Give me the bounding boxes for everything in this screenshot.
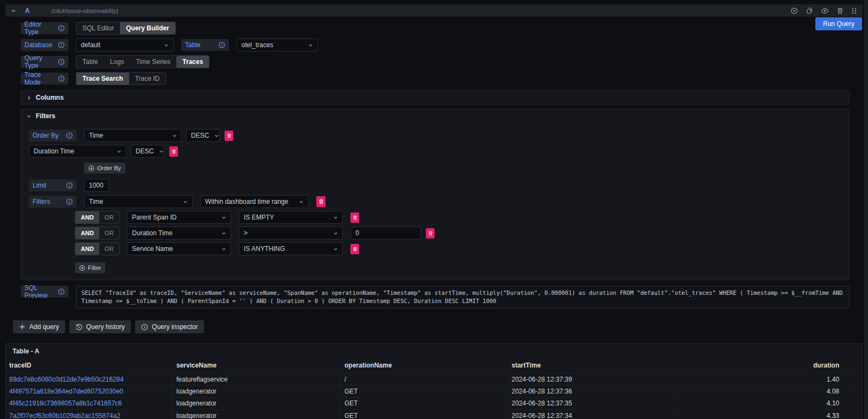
- panel-title: Table - A: [6, 344, 862, 358]
- drag-handle-icon[interactable]: [851, 7, 857, 15]
- info-icon[interactable]: [219, 42, 225, 48]
- chevron-down-icon: [172, 133, 177, 138]
- remove-order-by-button[interactable]: [169, 146, 178, 157]
- filter-field-select[interactable]: Time: [84, 195, 193, 208]
- filter-operator-select[interactable]: >: [239, 227, 343, 240]
- collapse-chevron-icon[interactable]: [11, 8, 16, 14]
- run-query-button[interactable]: Run Query: [815, 17, 862, 30]
- query-editor: A (clickhouse-observability) Run Query: [0, 0, 868, 341]
- table-select[interactable]: otel_traces: [237, 38, 318, 51]
- table-row: 89dc7e8c6060c0d12de7e9b50c216284featuref…: [6, 373, 862, 385]
- chevron-down-icon: [27, 114, 31, 119]
- order-by-direction-select[interactable]: DESC: [186, 129, 220, 142]
- column-header-starttime[interactable]: startTime: [508, 362, 679, 369]
- cell-traceID[interactable]: 4f45c21918c73698057a8b1c741657c6: [6, 398, 173, 409]
- chevron-down-icon: [159, 149, 164, 154]
- remove-filter-button[interactable]: [316, 196, 326, 207]
- editor-type-option-query-builder[interactable]: Query Builder: [120, 22, 175, 34]
- cell-traceID[interactable]: 89dc7e8c6060c0d12de7e9b50c216284: [6, 373, 173, 385]
- filters-section-title: Filters: [36, 112, 55, 120]
- filter-field-select[interactable]: Parent Span ID: [127, 211, 231, 224]
- order-by-field-select[interactable]: Time: [84, 129, 182, 142]
- info-icon[interactable]: [66, 182, 73, 189]
- conjunction-group: AND OR: [75, 242, 119, 255]
- filter-value-input[interactable]: 0: [350, 227, 421, 240]
- chevron-down-icon: [333, 215, 338, 220]
- columns-section-title: Columns: [36, 94, 63, 101]
- order-by-direction-select[interactable]: DESC: [131, 145, 164, 158]
- editor-type-label: Editor Type: [21, 22, 68, 34]
- trace-mode-label: Trace Mode: [21, 73, 68, 85]
- duplicate-query-icon[interactable]: [806, 7, 813, 15]
- query-type-label-text: Query Type: [24, 54, 55, 69]
- cell-startTime: 2024-06-28 12:37:34: [508, 410, 679, 419]
- sql-preview-label-text: SQL Preview: [24, 284, 55, 299]
- info-icon[interactable]: [58, 288, 65, 295]
- limit-input[interactable]: 1000: [84, 179, 109, 192]
- filter-field-select[interactable]: Service Name: [127, 242, 231, 255]
- filter-operator-select[interactable]: IS ANYTHING: [239, 242, 343, 255]
- delete-query-icon[interactable]: [837, 7, 844, 15]
- editor-type-label-text: Editor Type: [24, 21, 55, 36]
- query-type-option-traces[interactable]: Traces: [176, 56, 209, 68]
- order-by-field-select[interactable]: Duration Time: [29, 145, 126, 158]
- query-inspector-button[interactable]: Query inspector: [135, 320, 204, 333]
- add-query-label: Add query: [29, 323, 59, 331]
- remove-filter-button[interactable]: [350, 244, 359, 254]
- order-by-direction-value: DESC: [191, 132, 209, 139]
- add-order-by-label: Order By: [97, 165, 121, 171]
- order-by-label: Order By: [29, 130, 76, 141]
- query-type-option-logs[interactable]: Logs: [104, 56, 130, 68]
- conjunction-or[interactable]: OR: [99, 211, 119, 223]
- conjunction-and[interactable]: AND: [75, 227, 99, 239]
- info-icon[interactable]: [58, 42, 65, 48]
- info-icon[interactable]: [58, 59, 65, 65]
- table-value: otel_traces: [241, 41, 273, 49]
- query-type-option-table[interactable]: Table: [76, 56, 104, 68]
- sql-preview-code[interactable]: SELECT "TraceId" as traceID, "ServiceNam…: [76, 286, 850, 308]
- remove-order-by-button[interactable]: [225, 131, 233, 141]
- add-filter-button[interactable]: Filter: [75, 262, 105, 273]
- add-query-button[interactable]: Add query: [13, 320, 65, 333]
- cell-operationName: GET: [341, 398, 508, 409]
- query-history-button[interactable]: Query history: [69, 320, 131, 333]
- trace-mode-option-trace-id[interactable]: Trace ID: [129, 73, 166, 85]
- columns-section-toggle[interactable]: Columns: [21, 91, 849, 104]
- chevron-right-icon: [27, 95, 31, 100]
- info-icon[interactable]: [66, 198, 73, 205]
- cell-traceID[interactable]: 4f497571a618e364ed7ded60752030e0: [6, 385, 173, 397]
- conjunction-and[interactable]: AND: [75, 211, 99, 223]
- editor-type-option-sql-editor[interactable]: SQL Editor: [76, 22, 120, 34]
- remove-filter-button[interactable]: [350, 212, 359, 223]
- column-header-traceid[interactable]: traceID: [6, 362, 173, 369]
- trace-mode-option-trace-search[interactable]: Trace Search: [76, 73, 129, 85]
- conjunction-or[interactable]: OR: [99, 243, 119, 255]
- filters-label: Filters: [29, 196, 76, 208]
- info-icon[interactable]: [58, 75, 65, 82]
- query-type-option-time-series[interactable]: Time Series: [130, 56, 177, 68]
- columns-section: Columns: [21, 91, 850, 105]
- info-icon[interactable]: [66, 132, 73, 139]
- filters-section-toggle[interactable]: Filters: [21, 109, 849, 123]
- query-inspector-label: Query inspector: [152, 323, 198, 331]
- cell-startTime: 2024-06-28 12:37:36: [508, 385, 679, 397]
- column-header-operationname[interactable]: operationName: [341, 362, 508, 369]
- column-header-duration[interactable]: duration: [679, 362, 862, 369]
- conjunction-or[interactable]: OR: [99, 227, 119, 239]
- eye-icon[interactable]: [821, 8, 829, 14]
- cell-serviceName: featureflagservice: [173, 373, 341, 385]
- query-row-header[interactable]: A (clickhouse-observability): [5, 4, 863, 17]
- column-header-servicename[interactable]: serviceName: [173, 362, 341, 369]
- info-icon[interactable]: [58, 25, 65, 31]
- cell-traceID[interactable]: 7a2f07ecf63c60b1029ab2ac155874a2: [6, 410, 173, 419]
- filter-operator-select[interactable]: Within dashboard time range: [200, 195, 309, 208]
- remove-filter-button[interactable]: [426, 228, 435, 238]
- page-scrollbar[interactable]: [864, 0, 868, 419]
- add-order-by-button[interactable]: Order By: [84, 163, 125, 173]
- conjunction-and[interactable]: AND: [75, 243, 99, 255]
- database-select[interactable]: default: [76, 38, 174, 51]
- order-by-field-value: Duration Time: [34, 147, 74, 155]
- help-circle-icon[interactable]: [790, 7, 798, 15]
- filter-field-select[interactable]: Duration Time: [127, 227, 231, 240]
- filter-operator-select[interactable]: IS EMPTY: [239, 211, 343, 224]
